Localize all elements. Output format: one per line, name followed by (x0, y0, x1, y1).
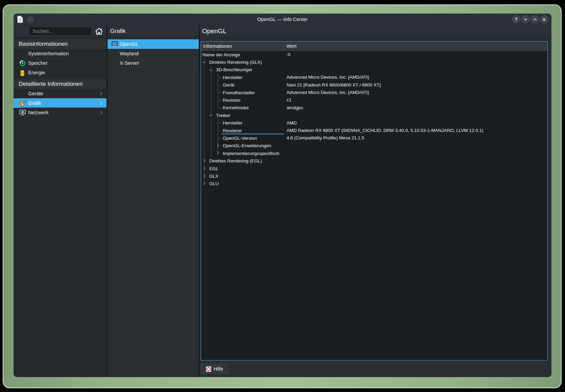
tree-item-value (284, 66, 547, 74)
main-panel: Informationen Wert Name der Anzeige:0Dir… (200, 38, 551, 377)
tree-item-label: Name der Anzeige (201, 52, 240, 57)
tree-item-value (284, 142, 547, 150)
sidebar-item-label: Geräte (28, 91, 99, 96)
table-row[interactable]: Direktes Rendering (GLX) (201, 58, 547, 66)
sidebar-item-speicher[interactable]: Speicher (14, 58, 106, 68)
tree-guide (208, 104, 215, 112)
category-item-xserver[interactable]: X-Server (108, 58, 199, 68)
chevron-right-icon (99, 111, 102, 114)
tree-item-value: :0 (284, 51, 547, 58)
table-row[interactable]: GLX (201, 172, 547, 180)
tree-label-cell: 3D-Beschleuniger (201, 66, 284, 74)
sidebar-item-label: Energie (28, 70, 102, 75)
tree-item-label: GLX (208, 174, 218, 179)
close-button[interactable] (540, 15, 549, 24)
expander-closed-icon[interactable] (216, 144, 219, 147)
sidebar-item-energie[interactable]: Energie (14, 68, 106, 77)
expander-open-icon[interactable] (209, 67, 213, 71)
maximize-button[interactable] (530, 15, 539, 24)
tree-label-cell: Gerät (201, 81, 284, 89)
table-row[interactable]: EGL (201, 165, 547, 172)
tree-item-value (284, 157, 547, 164)
tree-guide (208, 96, 215, 104)
table-row[interactable]: HerstellerAMD (201, 119, 547, 127)
table-row[interactable]: 3D-Beschleuniger (201, 66, 547, 74)
table-row[interactable]: Name der Anzeige:0 (201, 51, 547, 58)
tree-item-value: AMD Radeon RX 6800 XT (SIENNA_CICHLID, D… (284, 127, 547, 134)
tree-guide (201, 81, 208, 89)
table-row[interactable]: HerstellerAdvanced Micro Devices, Inc. [… (201, 74, 547, 81)
tree-guide (201, 96, 208, 104)
tree-guide (215, 104, 221, 112)
tree-item-label: Revision (221, 98, 240, 103)
table-row[interactable]: GLU (201, 180, 547, 188)
expander-closed-icon[interactable] (202, 166, 206, 170)
category-item-wayland[interactable]: Wayland (108, 49, 199, 58)
battery-icon (19, 69, 26, 76)
tree-item-label: Renderer (221, 128, 242, 133)
table-row[interactable]: Direktes Rendering (EGL) (201, 157, 547, 164)
table-row[interactable]: Treiber (201, 112, 547, 119)
titlebar[interactable]: OpenGL — Info Center ? (14, 14, 551, 25)
expander-closed-icon[interactable] (202, 174, 206, 178)
home-button[interactable] (95, 27, 103, 35)
table-row[interactable]: GerätNavi 21 [Radeon RX 6800/6800 XT / 6… (201, 81, 547, 89)
column-header-informationen[interactable]: Informationen (201, 42, 284, 51)
monitor-icon (112, 41, 118, 47)
expander-open-icon[interactable] (209, 113, 213, 117)
sidebar-section-header: Basisinformationen (14, 39, 106, 49)
expander-closed-icon[interactable] (202, 159, 206, 162)
table-row[interactable]: OpenGL-Erweiterungen (201, 142, 547, 150)
table-row[interactable]: OpenGL-Version4.6 (Compatibility Profile… (201, 134, 547, 142)
tree-guide (201, 127, 208, 134)
tree-label-cell: Kernelmodul (201, 104, 284, 112)
table-row[interactable]: FremdherstellerAdvanced Micro Devices, I… (201, 89, 547, 96)
tree-guide (215, 127, 221, 134)
tree-guide (201, 157, 208, 164)
tree-label-cell: Implementierungsspezifisch (201, 150, 284, 157)
tree-label-cell: OpenGL-Version (201, 134, 284, 142)
sidebar-item-label: Speicher (28, 60, 102, 66)
minimize-button[interactable] (521, 15, 530, 24)
sidebar-item-grafik[interactable]: Grafik (14, 98, 106, 108)
tree-guide (208, 134, 215, 142)
tree-guide (208, 127, 215, 134)
palette-icon (19, 99, 26, 107)
table-row[interactable]: Kernelmodulamdgpu (201, 104, 547, 112)
tree-item-label: Direktes Rendering (EGL) (208, 158, 262, 163)
table-row[interactable]: Implementierungsspezifisch (201, 150, 547, 157)
sidebar-item-label: Systeminformation (28, 51, 102, 56)
sidebar-item-gerte[interactable]: Geräte (14, 89, 106, 98)
separator (113, 68, 199, 68)
expander-closed-icon[interactable] (202, 182, 206, 185)
help-button[interactable]: ? (512, 15, 521, 24)
tree-guide (215, 96, 221, 104)
tree-guide (201, 165, 208, 172)
info-tree-table[interactable]: Informationen Wert Name der Anzeige:0Dir… (201, 41, 548, 360)
tree-guide (201, 66, 208, 74)
tree-guide (215, 74, 221, 81)
tree-item-label: Hersteller (221, 120, 242, 125)
category-item-opengl[interactable]: OpenGL (108, 39, 199, 49)
tree-guide (201, 58, 208, 66)
tree-item-value (284, 112, 547, 119)
table-row[interactable]: RendererAMD Radeon RX 6800 XT (SIENNA_CI… (201, 127, 547, 134)
search-input[interactable] (29, 26, 92, 36)
table-header[interactable]: Informationen Wert (201, 42, 547, 51)
help-button-label: Hilfe (214, 366, 223, 372)
tree-label-cell: GLX (201, 172, 284, 180)
help-button[interactable]: Hilfe (201, 364, 228, 374)
tree-guide (208, 81, 215, 89)
separator (20, 58, 106, 58)
table-row[interactable]: Revisionc1 (201, 96, 547, 104)
tree-guide (201, 112, 208, 119)
column-header-wert[interactable]: Wert (284, 42, 547, 51)
tree-item-value (284, 165, 547, 172)
sidebar-item-netzwerk[interactable]: Netzwerk (14, 108, 106, 117)
tree-guide (201, 74, 208, 81)
expander-open-icon[interactable] (202, 60, 206, 63)
tree-item-value: Advanced Micro Devices, Inc. [AMD/ATI] (284, 89, 547, 96)
sidebar-item-systeminformation[interactable]: Systeminformation (14, 49, 106, 58)
expander-closed-icon[interactable] (216, 152, 219, 155)
chevron-right-icon (99, 101, 102, 105)
